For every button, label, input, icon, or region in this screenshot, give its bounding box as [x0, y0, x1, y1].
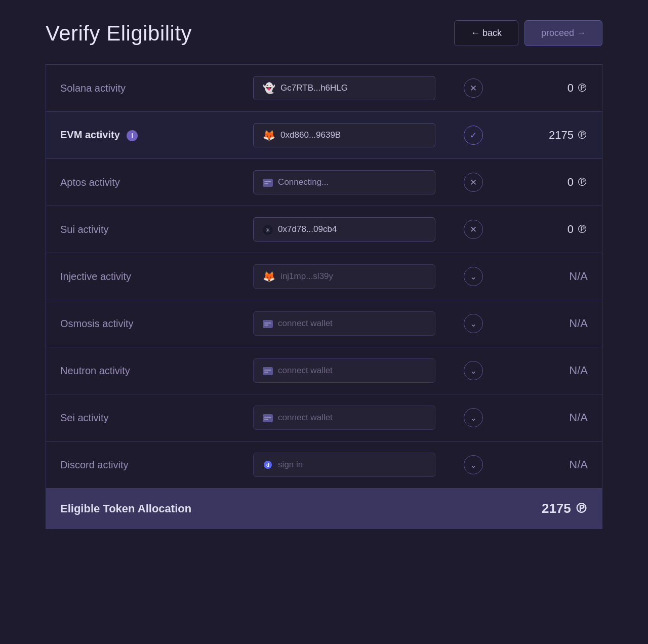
wallet-cell-evm: 🦊 0xd860...9639B	[239, 112, 450, 159]
row-label-aptos: Aptos activity	[46, 159, 239, 206]
proceed-button[interactable]: proceed →	[524, 20, 602, 46]
wallet-address-osmosis: connect wallet	[278, 318, 333, 329]
svg-rect-1	[264, 181, 271, 182]
expand-button[interactable]: ⌄	[464, 455, 483, 474]
action-cell-evm: ✓	[450, 112, 497, 159]
wallet-box-injective[interactable]: 🦊 inj1mp...sl39y	[253, 264, 435, 289]
points-cell-discord: N/A	[497, 441, 602, 489]
row-evm: EVM activity i 🦊 0xd860...9639B ✓ 2175 ℗	[46, 112, 602, 159]
svg-rect-6	[264, 323, 271, 324]
wallet-icon-evm: 🦊	[263, 130, 275, 141]
wallet-icon-solana: 👻	[263, 83, 275, 94]
row-aptos: Aptos activity Connecting... ✕ 0 ℗	[46, 159, 602, 206]
svg-rect-2	[264, 183, 268, 184]
points-cell-osmosis: N/A	[497, 300, 602, 347]
footer-label: Eligible Token Allocation	[46, 489, 497, 529]
disconnect-button[interactable]: ✕	[464, 220, 483, 239]
wallet-icon-injective: 🦊	[263, 271, 275, 282]
eligibility-table: Solana activity 👻 Gc7RTB...h6HLG ✕ 0 ℗ E…	[46, 64, 602, 529]
page-title: Verify Eligibility	[46, 21, 192, 46]
wallet-box-osmosis[interactable]: connect wallet	[253, 311, 435, 336]
wallet-icon-aptos	[263, 177, 273, 188]
row-discord: Discord activity d sign in ⌄ N/A	[46, 441, 602, 489]
wallet-box-aptos[interactable]: Connecting...	[253, 170, 435, 194]
expand-button[interactable]: ⌄	[464, 314, 483, 333]
wallet-address-aptos: Connecting...	[278, 177, 329, 187]
wallet-cell-osmosis: connect wallet	[239, 300, 450, 347]
footer-points: 2175 ℗	[497, 489, 602, 529]
wallet-box-discord[interactable]: d sign in	[253, 453, 435, 477]
wallet-box-neutron[interactable]: connect wallet	[253, 358, 435, 383]
wallet-address-sui: 0x7d78...09cb4	[278, 224, 337, 234]
wallet-cell-injective: 🦊 inj1mp...sl39y	[239, 253, 450, 300]
info-icon-evm[interactable]: i	[127, 130, 138, 141]
wallet-icon-sei	[263, 412, 273, 423]
page-header: Verify Eligibility ← back proceed →	[46, 20, 602, 46]
wallet-cell-sui: ✳ 0x7d78...09cb4	[239, 206, 450, 253]
wallet-address-neutron: connect wallet	[278, 366, 333, 376]
wallet-box-evm[interactable]: 🦊 0xd860...9639B	[253, 123, 435, 147]
expand-button[interactable]: ⌄	[464, 361, 483, 380]
wallet-cell-neutron: connect wallet	[239, 347, 450, 394]
page-container: Verify Eligibility ← back proceed → Sola…	[46, 20, 602, 529]
svg-rect-9	[264, 370, 271, 371]
row-neutron: Neutron activity connect wallet ⌄ N/A	[46, 347, 602, 394]
svg-text:d: d	[266, 462, 269, 468]
svg-rect-8	[263, 367, 273, 375]
row-injective: Injective activity 🦊 inj1mp...sl39y ⌄ N/…	[46, 253, 602, 300]
row-label-solana: Solana activity	[46, 65, 239, 112]
wallet-icon-neutron	[263, 365, 273, 376]
wallet-cell-solana: 👻 Gc7RTB...h6HLG	[239, 65, 450, 112]
wallet-icon-sui: ✳	[263, 224, 273, 235]
disconnect-button[interactable]: ✕	[464, 173, 483, 192]
points-cell-sui: 0 ℗	[497, 206, 602, 253]
svg-rect-5	[263, 320, 273, 328]
wallet-address-sei: connect wallet	[278, 413, 333, 423]
action-cell-sei: ⌄	[450, 394, 497, 441]
disconnect-button[interactable]: ✕	[464, 78, 483, 98]
row-label-neutron: Neutron activity	[46, 347, 239, 394]
row-label-sui: Sui activity	[46, 206, 239, 253]
wallet-address-injective: inj1mp...sl39y	[280, 271, 333, 281]
svg-rect-7	[264, 325, 268, 326]
row-sui: Sui activity ✳ 0x7d78...09cb4 ✕ 0 ℗	[46, 206, 602, 253]
row-osmosis: Osmosis activity connect wallet ⌄ N/A	[46, 300, 602, 347]
action-cell-neutron: ⌄	[450, 347, 497, 394]
svg-rect-13	[264, 419, 268, 420]
row-label-discord: Discord activity	[46, 441, 239, 489]
row-label-evm: EVM activity i	[46, 112, 239, 159]
row-label-injective: Injective activity	[46, 253, 239, 300]
svg-rect-0	[263, 179, 273, 187]
row-sei: Sei activity connect wallet ⌄ N/A	[46, 394, 602, 441]
action-cell-sui: ✕	[450, 206, 497, 253]
svg-rect-10	[264, 372, 268, 373]
wallet-box-sui[interactable]: ✳ 0x7d78...09cb4	[253, 217, 435, 242]
wallet-cell-aptos: Connecting...	[239, 159, 450, 206]
wallet-box-sei[interactable]: connect wallet	[253, 406, 435, 430]
row-label-osmosis: Osmosis activity	[46, 300, 239, 347]
points-cell-sei: N/A	[497, 394, 602, 441]
wallet-address-discord: sign in	[278, 460, 303, 470]
points-cell-evm: 2175 ℗	[497, 112, 602, 159]
wallet-box-solana[interactable]: 👻 Gc7RTB...h6HLG	[253, 76, 435, 100]
verify-button[interactable]: ✓	[464, 126, 483, 145]
points-cell-injective: N/A	[497, 253, 602, 300]
svg-rect-12	[264, 417, 271, 418]
action-cell-osmosis: ⌄	[450, 300, 497, 347]
points-cell-aptos: 0 ℗	[497, 159, 602, 206]
points-cell-solana: 0 ℗	[497, 65, 602, 112]
action-cell-injective: ⌄	[450, 253, 497, 300]
header-buttons: ← back proceed →	[454, 20, 602, 46]
wallet-address-solana: Gc7RTB...h6HLG	[280, 83, 348, 93]
row-label-sei: Sei activity	[46, 394, 239, 441]
wallet-address-evm: 0xd860...9639B	[280, 130, 341, 140]
expand-button[interactable]: ⌄	[464, 408, 483, 427]
wallet-icon-osmosis	[263, 318, 273, 329]
back-button[interactable]: ← back	[454, 20, 518, 46]
points-cell-neutron: N/A	[497, 347, 602, 394]
action-cell-aptos: ✕	[450, 159, 497, 206]
expand-button[interactable]: ⌄	[464, 267, 483, 286]
wallet-cell-discord: d sign in	[239, 441, 450, 489]
row-solana: Solana activity 👻 Gc7RTB...h6HLG ✕ 0 ℗	[46, 65, 602, 112]
action-cell-discord: ⌄	[450, 441, 497, 489]
